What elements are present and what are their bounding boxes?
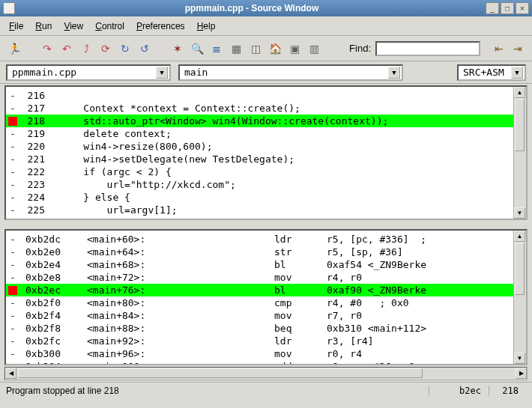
breakpoint-gutter[interactable]: -	[6, 178, 19, 191]
scroll-thumb[interactable]	[515, 99, 525, 151]
source-line[interactable]: -223 url="http://xkcd.com";	[6, 178, 526, 191]
scroll-right-icon[interactable]: ▶	[516, 368, 527, 379]
breakpoint-marker[interactable]	[8, 117, 17, 126]
chevron-down-icon[interactable]: ▼	[388, 67, 400, 79]
breakpoint-gutter[interactable]: -	[6, 309, 19, 322]
memory-icon[interactable]: ◫	[247, 40, 264, 57]
breakpoint-gutter[interactable]: -	[6, 258, 19, 271]
console-icon[interactable]: ▣	[286, 40, 303, 57]
asm-line[interactable]: -0xb304<main+100>:addr8, sp, #36 ; 0x	[6, 360, 526, 365]
asm-vscrollbar[interactable]: ▲ ▼	[513, 231, 526, 364]
scroll-left-icon[interactable]: ◀	[5, 368, 16, 379]
source-line[interactable]: -222 if (argc < 2) {	[6, 165, 526, 178]
assembly-pane[interactable]: -0xb2dc<main+60>:ldrr5, [pc, #336] ;-0xb…	[4, 229, 528, 365]
stepi-icon[interactable]: ↻	[117, 40, 133, 57]
breakpoint-gutter[interactable]: -	[6, 165, 19, 178]
stack-icon[interactable]: ≣	[208, 40, 225, 57]
breakpoint-gutter[interactable]: -	[6, 233, 19, 246]
asm-line[interactable]: -0xb2f8<main+88>:beq0xb310 <main+112>	[6, 322, 526, 335]
asm-args: 0xaf90 <_ZN9Berke	[327, 284, 526, 296]
finish-icon[interactable]: ⤴	[78, 40, 94, 57]
watch-icon[interactable]: 🔍	[189, 40, 205, 57]
source-pane[interactable]: -216-217 Context *context = Context::cre…	[4, 85, 528, 220]
asm-line[interactable]: -0xb2e0<main+64>:strr5, [sp, #36]	[6, 246, 526, 258]
breakpoint-gutter[interactable]: -	[6, 347, 19, 360]
breakpoint-gutter[interactable]: -	[6, 271, 19, 284]
breakpoint-gutter[interactable]	[6, 117, 19, 126]
breakpoint-gutter[interactable]: -	[6, 335, 19, 347]
breakpoint-gutter[interactable]: -	[6, 89, 19, 102]
source-line[interactable]: -220 win4->resize(800,600);	[6, 140, 526, 153]
breakpoint-gutter[interactable]: -	[6, 204, 19, 216]
continue-icon[interactable]: ⟳	[97, 40, 114, 57]
asm-line[interactable]: -0xb2dc<main+60>:ldrr5, [pc, #336] ;	[6, 233, 526, 246]
asm-line[interactable]: -0xb2f4<main+84>:movr7, r0	[6, 309, 526, 322]
close-button[interactable]: ×	[516, 2, 529, 14]
function-selector[interactable]: main ▼	[178, 64, 403, 81]
source-line[interactable]: -216	[6, 89, 526, 102]
scroll-thumb[interactable]	[515, 243, 525, 295]
source-line[interactable]: -221 win4->setDelegate(new TestDelegate)…	[6, 153, 526, 165]
asm-line[interactable]: -0xb2e4<main+68>:bl0xaf54 <_ZN9Berke	[6, 258, 526, 271]
minimize-button[interactable]: _	[486, 2, 499, 14]
nexti-icon[interactable]: ↺	[136, 40, 153, 57]
breakpoint-gutter[interactable]	[6, 286, 19, 295]
find-input[interactable]	[375, 41, 480, 56]
horizontal-scrollbar[interactable]: ◀ ▶	[4, 367, 528, 380]
source-line[interactable]: -226 }	[6, 216, 526, 220]
breakpoint-gutter[interactable]: -	[6, 191, 19, 204]
asm-opcode: mov	[274, 347, 327, 360]
breakpoint-gutter[interactable]: -	[6, 140, 19, 153]
file-selector[interactable]: ppmmain.cpp ▼	[6, 64, 171, 81]
source-line[interactable]: 218 std::auto_ptr<Window> win4(Window::c…	[6, 115, 526, 127]
source-line[interactable]: -217 Context *context = Context::create(…	[6, 102, 526, 115]
breakpoint-icon[interactable]: ✶	[169, 40, 186, 57]
breakpoint-gutter[interactable]: -	[6, 216, 19, 220]
line-number: 222	[19, 165, 52, 178]
code-text: url="http://xkcd.com";	[52, 178, 526, 191]
menu-help[interactable]: Help	[197, 21, 216, 31]
asm-line[interactable]: -0xb2fc<main+92>:ldrr3, [r4]	[6, 335, 526, 347]
asm-line[interactable]: -0xb300<main+96>:movr0, r4	[6, 347, 526, 360]
asm-line[interactable]: 0xb2ec<main+76>:bl0xaf90 <_ZN9Berke	[6, 284, 526, 296]
menu-view[interactable]: View	[64, 21, 83, 31]
menubar: File Run View Control Preferences Help	[0, 16, 532, 36]
pane-splitter[interactable]	[0, 222, 532, 228]
find-next-icon[interactable]: ⇥	[510, 40, 526, 57]
scroll-up-icon[interactable]: ▲	[514, 87, 525, 98]
asm-location: <main+68>:	[87, 258, 274, 271]
menu-run[interactable]: Run	[35, 21, 52, 31]
source-line[interactable]: -219 delete context;	[6, 127, 526, 140]
source-vscrollbar[interactable]: ▲ ▼	[513, 87, 526, 219]
scroll-down-icon[interactable]: ▼	[514, 207, 525, 219]
breakpoint-marker[interactable]	[8, 286, 17, 295]
source-line[interactable]: -225 url=argv[1];	[6, 204, 526, 216]
breakpoint-gutter[interactable]: -	[6, 360, 19, 365]
registers-icon[interactable]: ▦	[228, 40, 244, 57]
asm-line[interactable]: -0xb2e8<main+72>:movr4, r0	[6, 271, 526, 284]
scroll-down-icon[interactable]: ▼	[514, 353, 525, 364]
prefs-icon[interactable]: ▥	[306, 40, 322, 57]
next-icon[interactable]: ↶	[58, 40, 75, 57]
find-prev-icon[interactable]: ⇤	[491, 40, 507, 57]
breakpoint-gutter[interactable]: -	[6, 246, 19, 258]
menu-control[interactable]: Control	[95, 21, 124, 31]
scroll-up-icon[interactable]: ▲	[514, 231, 525, 242]
run-icon[interactable]: 🏃	[6, 40, 22, 57]
maximize-button[interactable]: □	[501, 2, 514, 14]
chevron-down-icon[interactable]: ▼	[156, 67, 168, 79]
home-icon[interactable]: 🏠	[267, 40, 283, 57]
step-icon[interactable]: ↷	[39, 40, 55, 57]
chevron-down-icon[interactable]: ▼	[511, 67, 523, 79]
menu-file[interactable]: File	[9, 21, 23, 31]
asm-line[interactable]: -0xb2f0<main+80>:cmpr4, #0 ; 0x0	[6, 296, 526, 309]
breakpoint-gutter[interactable]: -	[6, 322, 19, 335]
breakpoint-gutter[interactable]: -	[6, 127, 19, 140]
source-line[interactable]: -224 } else {	[6, 191, 526, 204]
mode-selector[interactable]: SRC+ASM ▼	[457, 64, 526, 81]
scroll-thumb[interactable]	[18, 368, 423, 378]
breakpoint-gutter[interactable]: -	[6, 102, 19, 115]
breakpoint-gutter[interactable]: -	[6, 153, 19, 165]
menu-preferences[interactable]: Preferences	[136, 21, 185, 31]
breakpoint-gutter[interactable]: -	[6, 296, 19, 309]
